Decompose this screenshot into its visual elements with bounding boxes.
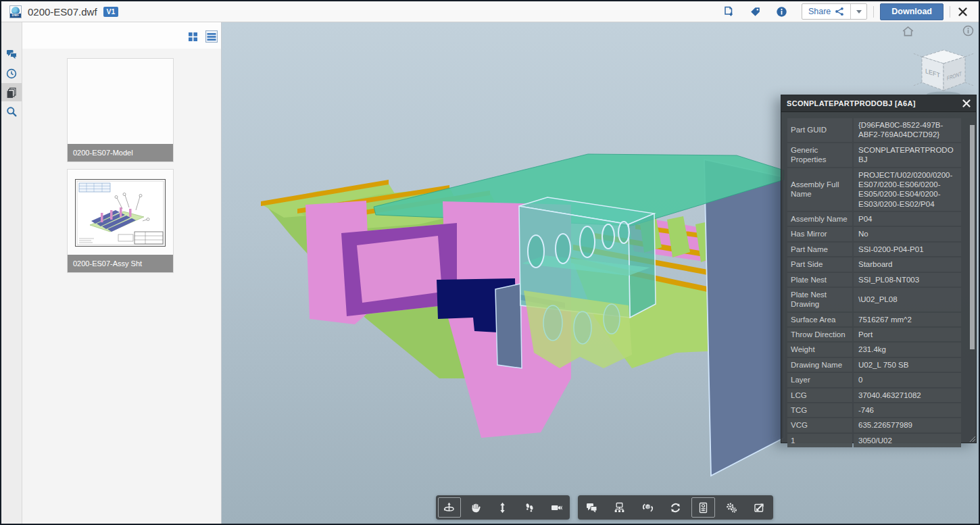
properties-tool-button[interactable] <box>689 495 717 520</box>
property-label: VCG <box>787 418 852 432</box>
dwf-file-icon: DWF <box>9 5 22 18</box>
tag-icon[interactable] <box>750 6 761 18</box>
property-value: 3050/U02 <box>854 434 961 447</box>
walk-footsteps-icon <box>524 502 535 514</box>
comments-icon <box>6 49 17 59</box>
pan-tool-button[interactable] <box>463 495 490 520</box>
info-icon[interactable] <box>776 6 787 18</box>
property-row: Part Name SSI-0200-P04-P01 <box>787 243 961 256</box>
property-value: SSI-0200-P04-P01 <box>854 243 961 256</box>
share-label: Share <box>808 7 831 16</box>
list-view-button[interactable] <box>205 30 218 43</box>
history-panel-button[interactable] <box>1 64 22 82</box>
assembly-sheet-thumbnail-image <box>75 179 166 247</box>
property-row: VCG 635.226577989 <box>787 418 961 432</box>
sheet-thumbnail-label: 0200-ES07-Assy Sht <box>68 255 173 272</box>
explode-tool-button[interactable] <box>634 495 662 520</box>
export-file-icon[interactable] <box>723 6 735 18</box>
property-value: Port <box>854 328 961 341</box>
zoom-arrow-icon <box>497 502 508 514</box>
property-value: 37040.463271082 <box>854 389 961 402</box>
property-label: Weight <box>787 343 852 356</box>
grid-view-button[interactable] <box>187 30 199 43</box>
document-title: 0200-ES07.dwf <box>28 6 97 18</box>
comments-bubbles-icon <box>586 502 597 514</box>
download-button[interactable]: Download <box>880 3 944 20</box>
property-label: 1 <box>787 434 852 447</box>
property-label: Drawing Name <box>787 358 852 372</box>
share-dropdown-button[interactable] <box>850 4 866 19</box>
property-row: Drawing Name U02_L 750 SB <box>787 358 961 372</box>
property-row: Surface Area 7516267 mm^2 <box>787 313 961 326</box>
property-row: Has Mirror No <box>787 227 961 241</box>
property-value: {D96FAB0C-8522-497B-ABF2-769A04DC7D92} <box>854 118 961 142</box>
property-label: Plate Nest Drawing <box>787 288 852 311</box>
fullscreen-tool-button[interactable] <box>745 495 773 520</box>
sheets-panel-button[interactable] <box>1 83 22 101</box>
model-viewport-canvas[interactable]: LEFT FRONT SCONPLATEPARTPRODOBJ [A6A] Pa… <box>222 22 979 524</box>
properties-resize-handle[interactable] <box>969 435 975 442</box>
properties-table: Part GUID {D96FAB0C-8522-497B-ABF2-769A0… <box>781 112 976 454</box>
properties-scrollbar-thumb[interactable] <box>970 125 975 349</box>
comments-panel-button[interactable] <box>1 45 22 64</box>
list-view-icon <box>207 32 216 41</box>
camera-tool-button[interactable] <box>543 495 570 520</box>
settings-tool-button[interactable] <box>717 495 745 520</box>
properties-panel-title: SCONPLATEPARTPRODOBJ [A6A] <box>787 99 962 107</box>
orbit-tool-button[interactable] <box>436 495 463 520</box>
view-cube[interactable]: LEFT FRONT <box>908 42 976 100</box>
property-value: 231.4kg <box>854 343 961 356</box>
home-view-icon[interactable] <box>902 26 914 37</box>
version-badge[interactable]: V1 <box>103 7 119 17</box>
grid-view-icon <box>188 32 198 42</box>
property-row: Throw Direction Port <box>787 328 961 341</box>
sheet-thumbnail-assy[interactable]: 0200-ES07-Assy Sht <box>67 169 174 273</box>
zoom-tool-button[interactable] <box>489 495 516 520</box>
model-tree-button[interactable] <box>606 495 633 520</box>
sheets-panel-header <box>22 22 221 49</box>
property-label: Throw Direction <box>787 328 852 341</box>
pan-hand-icon <box>470 502 482 514</box>
property-label: Part GUID <box>787 118 852 142</box>
property-value: 0 <box>854 373 961 386</box>
property-value: SCONPLATEPARTPRODOBJ <box>854 143 961 167</box>
property-label: Generic Properties <box>787 143 852 167</box>
camera-icon <box>551 502 562 514</box>
walk-tool-button[interactable] <box>516 495 543 520</box>
dwf-viewer-window: DWF 0200-ES07.dwf V1 Share <box>0 0 980 525</box>
property-value: SSI_PL08-NT003 <box>854 273 961 286</box>
property-value: P04 <box>854 212 961 226</box>
explode-icon <box>642 502 654 514</box>
property-value: Starboard <box>854 257 961 271</box>
property-label: Part Name <box>787 243 852 256</box>
share-button[interactable]: Share <box>802 4 850 19</box>
properties-panel-header[interactable]: SCONPLATEPARTPRODOBJ [A6A] <box>781 95 976 112</box>
property-label: Part Side <box>787 257 852 271</box>
title-bar: DWF 0200-ES07.dwf V1 Share <box>1 1 979 22</box>
property-value: -746 <box>854 403 961 417</box>
property-row: Plate Nest SSI_PL08-NT003 <box>787 273 961 286</box>
close-icon[interactable] <box>958 7 968 17</box>
left-toolbar-rail <box>1 22 22 524</box>
orbit-icon <box>443 502 455 514</box>
property-row: Plate Nest Drawing \U02_PL08 <box>787 288 961 311</box>
sheet-thumbnail-model[interactable]: 0200-ES07-Model <box>67 58 174 162</box>
search-icon <box>6 106 17 117</box>
sheet-thumbnail-label: 0200-ES07-Model <box>68 144 173 161</box>
fullscreen-icon <box>754 502 765 514</box>
clock-icon <box>6 68 17 79</box>
property-value: U02_L 750 SB <box>854 358 961 372</box>
properties-close-icon[interactable] <box>962 99 971 107</box>
property-value: 7516267 mm^2 <box>854 313 961 326</box>
property-row: Part GUID {D96FAB0C-8522-497B-ABF2-769A0… <box>787 118 961 142</box>
sheets-icon <box>6 87 17 98</box>
property-row: Assembly Name P04 <box>787 212 961 226</box>
property-row: Assembly Full Name PROJECT/U02/0200/0200… <box>787 168 961 211</box>
sheets-panel: 0200-ES07-Model <box>22 22 222 524</box>
search-panel-button[interactable] <box>1 102 22 120</box>
property-label: Plate Nest <box>787 273 852 286</box>
viewport-info-icon[interactable] <box>962 25 974 36</box>
refresh-tool-button[interactable] <box>662 495 689 520</box>
comments-tool-button[interactable] <box>578 495 606 520</box>
property-row: Generic Properties SCONPLATEPARTPRODOBJ <box>787 143 961 167</box>
